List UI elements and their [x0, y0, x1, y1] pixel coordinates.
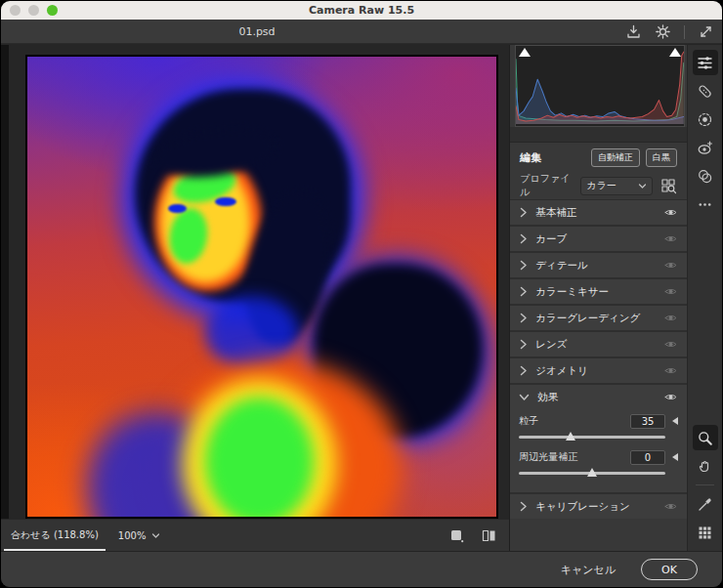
white-balance-dropper-icon [697, 496, 713, 513]
zoom-level-dropdown[interactable]: 100% [108, 520, 171, 551]
ok-button[interactable]: OK [641, 559, 698, 580]
vignette-slider-thumb[interactable] [587, 468, 597, 477]
art-blob [205, 296, 299, 369]
more-icon [697, 196, 713, 213]
section-calibration[interactable]: キャリブレーション [510, 494, 687, 519]
healing-icon [697, 83, 713, 100]
zoom-tool-button[interactable] [693, 425, 718, 450]
white-balance-tool-button[interactable] [693, 491, 718, 517]
eye-icon[interactable] [663, 232, 678, 245]
presets-button[interactable] [693, 163, 718, 189]
disclosure-left-icon[interactable] [672, 417, 678, 425]
vignette-value-field[interactable]: 0 [630, 450, 665, 465]
chevron-right-icon [519, 260, 528, 271]
grain-label: 粒子 [519, 414, 538, 428]
masking-icon [697, 111, 713, 128]
chevron-right-icon [519, 501, 528, 512]
settings-gear-icon[interactable] [655, 23, 671, 40]
section-label: レンズ [535, 338, 567, 352]
section-geometry[interactable]: ジオメトリ [510, 358, 687, 383]
exif-strip [510, 127, 687, 143]
section-detail[interactable]: ディテール [510, 253, 687, 277]
zoom-level-value: 100% [118, 530, 147, 541]
grid-view-button[interactable] [693, 520, 718, 545]
presets-icon [697, 168, 713, 185]
before-after-icon[interactable] [481, 527, 497, 544]
red-eye-tool-button[interactable] [693, 135, 718, 160]
minimize-button[interactable] [28, 5, 39, 16]
fullscreen-icon[interactable] [698, 23, 714, 40]
section-label: 効果 [537, 391, 558, 404]
close-button[interactable] [10, 5, 21, 16]
masking-tool-button[interactable] [693, 106, 718, 132]
eye-icon[interactable] [663, 391, 678, 403]
grain-slider-thumb[interactable] [566, 432, 575, 441]
edit-sliders-icon [697, 55, 713, 71]
grid-view-icon [697, 525, 713, 541]
histogram[interactable] [515, 45, 685, 127]
chevron-right-icon [519, 339, 528, 350]
grain-slider-track[interactable] [519, 436, 665, 439]
vignette-slider-row: 周辺光量補正 0 [519, 447, 678, 480]
camera-raw-window: Camera Raw 15.5 01.psd [0, 0, 723, 588]
canvas-edge [1, 45, 9, 551]
preview-settings-icon[interactable] [448, 527, 465, 544]
edit-tool-button[interactable] [693, 50, 718, 75]
footer-bar: キャンセル OK [1, 551, 722, 587]
eye-icon[interactable] [663, 312, 678, 324]
bw-button[interactable]: 白黒 [646, 148, 677, 167]
section-label: カラーグレーディング [535, 312, 640, 325]
titlebar: Camera Raw 15.5 [1, 1, 722, 20]
tool-bar [688, 45, 722, 551]
eye-icon[interactable] [663, 338, 678, 351]
edit-header: 編集 自動補正 白黒 [510, 143, 687, 172]
effects-header[interactable]: 効果 [510, 385, 687, 409]
red-eye-icon [697, 140, 713, 156]
art-blob [215, 197, 236, 206]
section-label: ジオメトリ [535, 364, 588, 378]
document-bar: 01.psd [1, 20, 722, 44]
chevron-down-icon [638, 182, 647, 190]
eye-icon[interactable] [663, 364, 678, 377]
save-image-icon[interactable] [625, 23, 642, 40]
fit-zoom-label: 合わせる (118.8%) [11, 528, 99, 542]
eye-icon[interactable] [663, 259, 678, 272]
chevron-right-icon [519, 207, 528, 218]
zoom-bar: 合わせる (118.8%) 100% [1, 519, 509, 551]
cancel-button[interactable]: キャンセル [561, 563, 616, 577]
hand-icon [697, 458, 713, 475]
maximize-button[interactable] [47, 5, 58, 16]
grain-slider-row: 粒子 35 [519, 411, 678, 443]
edit-title: 編集 [520, 150, 541, 165]
auto-correct-button[interactable]: 自動補正 [591, 148, 640, 167]
hand-tool-button[interactable] [693, 453, 718, 479]
eye-icon[interactable] [663, 285, 678, 298]
chevron-down-icon [519, 393, 530, 401]
healing-tool-button[interactable] [693, 78, 718, 104]
fit-zoom-tab[interactable]: 合わせる (118.8%) [1, 520, 108, 551]
profile-browser-icon[interactable] [660, 178, 677, 194]
zoom-magnifier-icon [697, 430, 713, 446]
chevron-right-icon [519, 313, 528, 323]
section-color-grading[interactable]: カラーグレーディング [510, 306, 687, 330]
section-basic[interactable]: 基本補正 [510, 200, 687, 225]
eye-icon[interactable] [663, 500, 678, 513]
more-options-button[interactable] [693, 191, 718, 217]
chevron-right-icon [519, 233, 528, 244]
section-label: カラーミキサー [535, 285, 609, 299]
profile-select[interactable]: カラー [580, 177, 653, 195]
profile-value: カラー [586, 179, 616, 192]
section-lens[interactable]: レンズ [510, 332, 687, 357]
divider [696, 484, 714, 485]
vignette-label: 周辺光量補正 [519, 450, 577, 464]
section-curve[interactable]: カーブ [510, 227, 687, 251]
eye-icon[interactable] [663, 206, 678, 219]
chevron-right-icon [519, 365, 528, 376]
section-color-mixer[interactable]: カラーミキサー [510, 279, 687, 304]
thermal-portrait-image[interactable] [25, 55, 498, 519]
art-background [27, 57, 496, 517]
grain-value-field[interactable]: 35 [630, 414, 665, 429]
edit-panel: 編集 自動補正 白黒 プロファイル カラー [510, 45, 688, 551]
disclosure-left-icon[interactable] [672, 453, 678, 461]
section-label: ディテール [535, 259, 587, 273]
